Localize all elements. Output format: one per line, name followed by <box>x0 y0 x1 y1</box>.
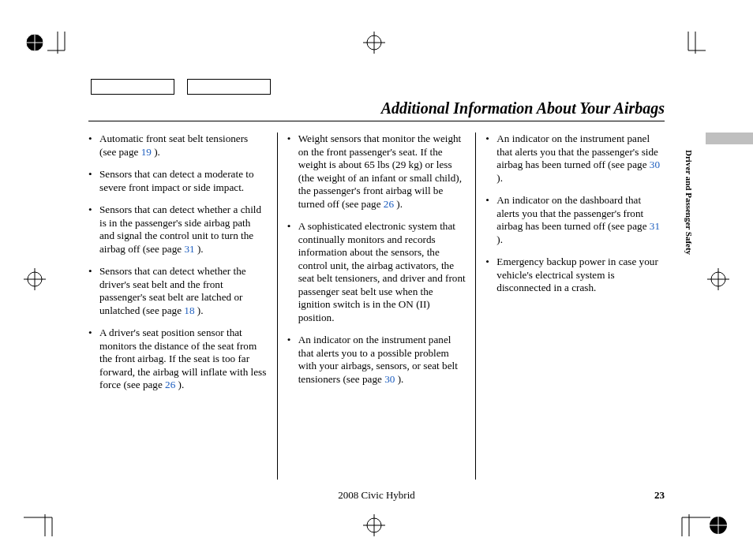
column-1: Automatic front seat belt tensioners (se… <box>88 133 277 480</box>
page-ref[interactable]: 31 <box>650 220 660 232</box>
list-item: Sensors that can detect whether a child … <box>88 203 268 256</box>
list-item: An indicator on the dashboard that alert… <box>485 194 665 246</box>
body-columns: Automatic front seat belt tensioners (se… <box>88 133 665 480</box>
list-item: Emergency backup power in case your vehi… <box>485 256 665 295</box>
page-ref[interactable]: 30 <box>650 159 660 170</box>
reg-mark-tl <box>24 32 46 54</box>
title-bar: Additional Information About Your Airbag… <box>88 99 665 121</box>
column-2: Weight sensors that monitor the weight o… <box>278 133 476 480</box>
reg-mark-bottom <box>363 514 385 536</box>
list-item: Sensors that can detect whether the driv… <box>88 265 268 317</box>
reg-mark-right <box>707 268 729 290</box>
list-item: An indicator on the instrument panel tha… <box>485 133 665 185</box>
section-label: Driver and Passenger Safety <box>684 150 694 255</box>
page-title: Additional Information About Your Airbag… <box>381 99 665 117</box>
page-ref[interactable]: 19 <box>141 146 152 158</box>
page-ref[interactable]: 26 <box>165 379 175 390</box>
reg-mark-br <box>707 514 729 536</box>
page-ref[interactable]: 26 <box>384 198 394 210</box>
page-ref[interactable]: 30 <box>384 373 395 385</box>
list-item: Sensors that can detect a moderate to se… <box>88 168 268 194</box>
list-item: Weight sensors that monitor the weight o… <box>287 133 466 211</box>
column-3: An indicator on the instrument panel tha… <box>476 133 665 480</box>
list-item: A driver's seat position sensor that mon… <box>88 327 268 392</box>
list-item: A sophisticated electronic system that c… <box>287 220 466 324</box>
reg-mark-top <box>363 32 385 54</box>
reg-mark-left <box>24 268 46 290</box>
list-item: An indicator on the instrument panel tha… <box>287 334 466 386</box>
page-ref[interactable]: 31 <box>184 243 194 255</box>
page-ref[interactable]: 18 <box>184 304 194 316</box>
header-boxes <box>91 79 283 98</box>
list-item: Automatic front seat belt tensioners (se… <box>88 133 268 159</box>
page-number: 23 <box>654 489 665 502</box>
footer-model: 2008 Civic Hybrid <box>338 489 415 502</box>
section-tab <box>706 133 753 144</box>
